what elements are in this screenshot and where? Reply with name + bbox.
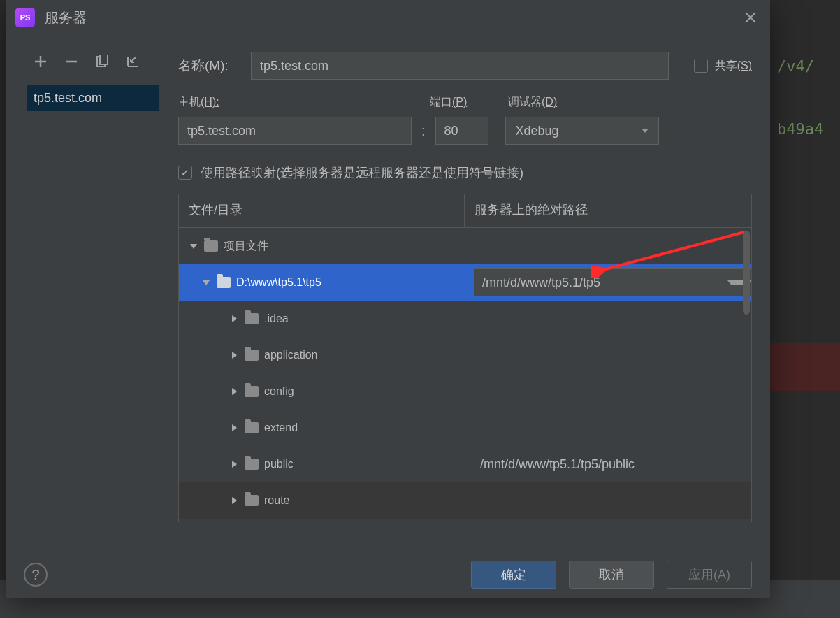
tree-item-label: .idea <box>264 312 289 325</box>
tree-row[interactable]: route <box>179 482 751 519</box>
tree-row-selected[interactable]: D:\www\tp5.1\tp5 /mnt/d/www/tp5.1/tp5 <box>179 264 751 301</box>
remove-icon[interactable] <box>64 55 78 69</box>
server-form: 名称(M): 共享(S) 主机(H): 端口(P) 调试器(D) : X <box>164 35 770 554</box>
port-input[interactable] <box>435 117 488 145</box>
remote-path-value: /mnt/d/www/tp5.1/tp5 <box>474 275 727 290</box>
tree-item-label: extend <box>264 422 298 434</box>
copy-icon[interactable] <box>95 55 109 69</box>
tree-row[interactable]: application <box>179 337 751 373</box>
svg-rect-1 <box>100 55 108 64</box>
chevron-right-icon[interactable] <box>229 388 239 395</box>
name-label: 名称(M): <box>178 57 240 75</box>
tree-body[interactable]: 项目文件 D:\www\tp5.1\tp5 /mnt/d/www/tp5. <box>179 228 751 522</box>
servers-side-panel: tp5.test.com <box>6 35 164 554</box>
tree-row[interactable]: config <box>179 373 751 410</box>
tree-item-label: config <box>264 385 294 398</box>
debugger-value: Xdebug <box>516 124 559 138</box>
apply-button[interactable]: 应用(A) <box>667 561 752 589</box>
host-input[interactable] <box>178 117 412 145</box>
import-icon[interactable] <box>126 55 140 69</box>
chevron-down-icon <box>642 129 649 133</box>
name-input[interactable] <box>251 52 669 80</box>
server-name: tp5.test.com <box>34 91 102 105</box>
add-icon[interactable] <box>34 55 48 69</box>
tree-row[interactable]: extend <box>179 410 751 446</box>
folder-icon <box>245 422 259 433</box>
cancel-button[interactable]: 取消 <box>569 561 654 589</box>
chevron-right-icon[interactable] <box>229 497 239 504</box>
tree-item-label: public <box>264 458 294 470</box>
dialog-button-bar: ? 确定 取消 应用(A) <box>6 554 770 598</box>
phpstorm-icon: PS <box>15 8 35 27</box>
tree-local-path: D:\www\tp5.1\tp5 <box>236 276 321 289</box>
port-label: 端口(P) <box>430 95 508 110</box>
dialog-title: 服务器 <box>45 8 87 27</box>
bg-error-strip <box>770 343 840 391</box>
remote-path-editor[interactable]: /mnt/d/www/tp5.1/tp5 <box>473 268 751 296</box>
share-label: 共享(S) <box>715 59 752 73</box>
debugger-select[interactable]: Xdebug <box>505 117 659 145</box>
tree-row[interactable]: public/mnt/d/www/tp5.1/tp5/public <box>179 446 751 482</box>
chevron-right-icon[interactable] <box>229 352 239 359</box>
bg-code-line: b49a4 <box>777 120 823 138</box>
close-icon[interactable] <box>741 8 760 27</box>
help-icon[interactable]: ? <box>24 563 48 587</box>
titlebar: PS 服务器 <box>6 0 770 35</box>
chevron-right-icon[interactable] <box>229 315 239 322</box>
col-file-dir: 文件/目录 <box>179 194 465 227</box>
host-label: 主机(H): <box>178 95 430 110</box>
folder-icon <box>204 240 218 252</box>
servers-settings-dialog: PS 服务器 tp5.test.com 名称(M): <box>6 0 770 598</box>
bg-strip <box>770 580 840 618</box>
scrollbar[interactable] <box>743 231 750 315</box>
tree-remote-value: /mnt/d/www/tp5.1/tp5/public <box>473 457 751 472</box>
folder-icon <box>245 459 259 470</box>
chevron-right-icon[interactable] <box>229 461 239 468</box>
folder-icon <box>245 386 259 397</box>
server-list-item[interactable]: tp5.test.com <box>27 85 159 111</box>
path-mapping-tree: 文件/目录 服务器上的绝对路径 项目文件 <box>178 194 752 522</box>
tree-item-label: application <box>264 349 318 361</box>
chevron-right-icon[interactable] <box>229 424 239 431</box>
tree-item-label: route <box>264 494 289 507</box>
folder-icon <box>245 495 259 506</box>
colon-separator: : <box>421 123 426 139</box>
path-mapping-checkbox[interactable] <box>178 166 192 180</box>
tree-row[interactable]: .idea <box>179 301 751 337</box>
path-mapping-label: 使用路径映射(选择服务器是远程服务器还是使用符号链接) <box>201 164 523 181</box>
chevron-down-icon[interactable] <box>189 244 198 249</box>
bg-code-line: /v4/ <box>777 57 814 75</box>
folder-icon <box>217 277 231 288</box>
servers-toolbar <box>27 48 159 76</box>
debugger-label: 调试器(D) <box>508 95 557 110</box>
folder-icon <box>245 350 259 361</box>
folder-icon <box>245 313 259 324</box>
tree-root-label: 项目文件 <box>224 239 268 254</box>
col-abs-path: 服务器上的绝对路径 <box>465 194 751 227</box>
chevron-down-icon[interactable] <box>201 280 211 285</box>
ok-button[interactable]: 确定 <box>471 561 556 589</box>
share-checkbox[interactable] <box>694 59 708 73</box>
